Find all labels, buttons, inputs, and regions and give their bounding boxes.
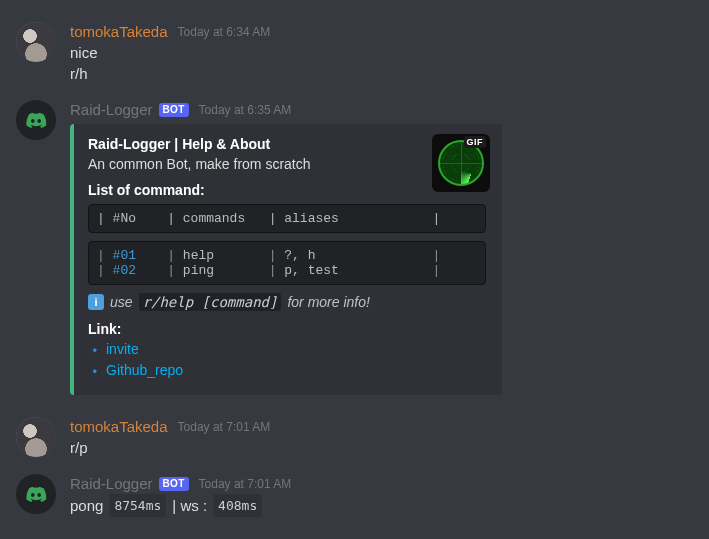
message-text: pong 8754ms | ws : 408ms bbox=[70, 494, 693, 517]
code-block: | #01 | help | ?, h | | #02 | ping | p, … bbox=[88, 241, 486, 285]
username[interactable]: tomokaTakeda bbox=[70, 417, 168, 437]
timestamp: Today at 7:01 AM bbox=[199, 474, 292, 494]
username[interactable]: Raid-Logger bbox=[70, 100, 153, 120]
message: tomokaTakeda Today at 7:01 AM r/p bbox=[0, 415, 709, 460]
discord-icon bbox=[25, 483, 47, 505]
embed-link: 🔹Github_repo bbox=[88, 360, 486, 381]
timestamp: Today at 7:01 AM bbox=[178, 417, 271, 437]
message-content: Raid-Logger BOT Today at 7:01 AM pong 87… bbox=[70, 474, 693, 517]
message-text: nice bbox=[70, 42, 693, 63]
avatar[interactable] bbox=[16, 417, 56, 457]
embed-description: An common Bot, make from scratch bbox=[88, 156, 486, 172]
embed-title: Raid-Logger | Help & About bbox=[88, 136, 486, 152]
username[interactable]: tomokaTakeda bbox=[70, 22, 168, 42]
embed-thumbnail[interactable]: GIF bbox=[432, 134, 490, 192]
discord-icon bbox=[25, 109, 47, 131]
timestamp: Today at 6:34 AM bbox=[178, 22, 271, 42]
inline-code: 408ms bbox=[213, 494, 262, 517]
username[interactable]: Raid-Logger bbox=[70, 474, 153, 494]
diamond-icon: 🔹 bbox=[88, 365, 102, 377]
embed-field-title: List of command: bbox=[88, 182, 486, 198]
info-icon: i bbox=[88, 294, 104, 310]
avatar[interactable] bbox=[16, 474, 56, 514]
avatar[interactable] bbox=[16, 100, 56, 140]
message-header: tomokaTakeda Today at 7:01 AM bbox=[70, 417, 693, 437]
message-content: tomokaTakeda Today at 6:34 AM nice r/h bbox=[70, 22, 693, 84]
embed-field-title: Link: bbox=[88, 321, 486, 337]
link-invite[interactable]: invite bbox=[106, 341, 139, 357]
code-block: | #No | commands | aliases | bbox=[88, 204, 486, 233]
gif-badge: GIF bbox=[464, 136, 487, 148]
link-github[interactable]: Github_repo bbox=[106, 362, 183, 378]
diamond-icon: 🔹 bbox=[88, 344, 102, 356]
message-content: Raid-Logger BOT Today at 6:35 AM GIF Rai… bbox=[70, 100, 693, 395]
timestamp: Today at 6:35 AM bbox=[199, 100, 292, 120]
message-content: tomokaTakeda Today at 7:01 AM r/p bbox=[70, 417, 693, 458]
message: tomokaTakeda Today at 6:34 AM nice r/h bbox=[0, 20, 709, 86]
message-header: Raid-Logger BOT Today at 7:01 AM bbox=[70, 474, 693, 494]
message-header: tomokaTakeda Today at 6:34 AM bbox=[70, 22, 693, 42]
message-text: r/p bbox=[70, 437, 693, 458]
inline-code: 8754ms bbox=[109, 494, 166, 517]
bot-tag: BOT bbox=[159, 103, 189, 117]
bot-tag: BOT bbox=[159, 477, 189, 491]
inline-code: r/help [command] bbox=[139, 293, 282, 311]
message-text: r/h bbox=[70, 63, 693, 84]
embed-info: i use r/help [command] for more info! bbox=[88, 293, 486, 311]
message-header: Raid-Logger BOT Today at 6:35 AM bbox=[70, 100, 693, 120]
embed: GIF Raid-Logger | Help & About An common… bbox=[70, 124, 693, 395]
message: Raid-Logger BOT Today at 7:01 AM pong 87… bbox=[0, 472, 709, 519]
embed-link: 🔹invite bbox=[88, 339, 486, 360]
avatar[interactable] bbox=[16, 22, 56, 62]
message: Raid-Logger BOT Today at 6:35 AM GIF Rai… bbox=[0, 98, 709, 397]
